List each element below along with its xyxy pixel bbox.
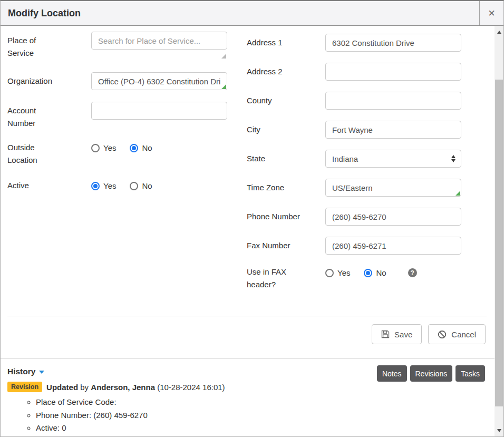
- close-icon: ✕: [488, 8, 495, 19]
- address2-input[interactable]: [325, 63, 461, 81]
- history-divider: [1, 358, 495, 359]
- save-label: Save: [394, 330, 412, 339]
- change-item: Place of Service Code:: [36, 396, 148, 409]
- form-divider: [7, 316, 487, 316]
- county-input[interactable]: [325, 92, 461, 110]
- outside-location-yes-radio[interactable]: Yes: [91, 143, 116, 152]
- place-of-service-label: Place of Service: [7, 32, 91, 60]
- radio-label: No: [142, 143, 152, 152]
- scroll-up-button[interactable]: [495, 27, 503, 36]
- fax-header-row: Use in FAX header? Yes No ?: [247, 266, 472, 291]
- place-of-service-input[interactable]: [91, 32, 227, 50]
- place-of-service-row: Place of Service: [7, 32, 227, 60]
- fax-header-no-radio[interactable]: No: [364, 268, 386, 277]
- fax-number-label: Fax Number: [247, 239, 325, 252]
- phone-number-label: Phone Number: [247, 210, 325, 223]
- radio-checked-icon: [130, 144, 138, 152]
- radio-label: No: [376, 268, 386, 277]
- form-right-column: Address 1 Address 2 County City State In…: [247, 26, 472, 302]
- organization-row: Organization: [7, 72, 227, 90]
- resize-grip-icon: [221, 54, 226, 59]
- address1-input[interactable]: [325, 34, 461, 52]
- history-title: History: [7, 367, 35, 376]
- radio-label: Yes: [103, 143, 116, 152]
- modify-location-modal: Modify Location ✕ Place of Service Organ…: [0, 0, 504, 437]
- entry-user: Anderson, Jenna: [91, 383, 155, 392]
- radio-checked-icon: [91, 182, 100, 190]
- account-number-label: Account Number: [7, 102, 91, 130]
- radio-label: Yes: [103, 181, 116, 190]
- action-buttons: Save Cancel: [372, 324, 486, 344]
- state-label: State: [247, 152, 325, 165]
- time-zone-input[interactable]: [325, 179, 461, 197]
- city-input[interactable]: [325, 121, 461, 139]
- radio-unchecked-icon: [91, 144, 100, 152]
- city-label: City: [247, 123, 325, 136]
- state-select[interactable]: Indiana: [325, 150, 461, 168]
- history-tab-buttons: Notes Revisions Tasks: [377, 365, 485, 382]
- fax-header-label: Use in FAX header?: [247, 266, 325, 291]
- history-entry: Revision Updated by Anderson, Jenna (10-…: [7, 382, 225, 392]
- county-row: County: [247, 92, 472, 110]
- radio-label: No: [142, 181, 152, 190]
- save-button[interactable]: Save: [372, 324, 422, 344]
- active-row: Active Yes No: [7, 179, 152, 192]
- entry-timestamp: (10-28-2024 16:01): [157, 383, 225, 392]
- fax-number-row: Fax Number: [247, 237, 472, 255]
- tasks-button[interactable]: Tasks: [455, 365, 485, 382]
- history-change-list: Place of Service Code: Phone Number: (26…: [7, 396, 148, 435]
- history-toggle[interactable]: History: [7, 367, 44, 376]
- outside-location-label: Outside Location: [7, 141, 91, 167]
- state-selected-value: Indiana: [332, 154, 451, 163]
- resize-grip-icon: [221, 84, 226, 89]
- address2-row: Address 2: [247, 63, 472, 81]
- radio-unchecked-icon: [325, 269, 334, 277]
- fax-number-input[interactable]: [325, 237, 461, 255]
- city-row: City: [247, 121, 472, 139]
- address1-label: Address 1: [247, 36, 325, 49]
- entry-action: Updated: [46, 383, 78, 392]
- time-zone-label: Time Zone: [247, 181, 325, 194]
- select-arrows-icon: [451, 155, 455, 162]
- account-number-input[interactable]: [91, 102, 227, 120]
- active-label: Active: [7, 179, 91, 192]
- vertical-scrollbar[interactable]: [495, 26, 503, 436]
- county-label: County: [247, 94, 325, 107]
- scrollbar-thumb[interactable]: [495, 80, 503, 406]
- caret-down-icon: [39, 371, 44, 374]
- revision-badge: Revision: [7, 382, 42, 392]
- address2-label: Address 2: [247, 65, 325, 78]
- radio-label: Yes: [337, 268, 350, 277]
- account-number-row: Account Number: [7, 102, 227, 130]
- organization-input[interactable]: [91, 72, 227, 90]
- time-zone-row: Time Zone: [247, 179, 472, 197]
- radio-unchecked-icon: [130, 182, 138, 190]
- address1-row: Address 1: [247, 34, 472, 52]
- save-floppy-icon: [381, 330, 390, 338]
- page-title: Modify Location: [1, 1, 479, 25]
- scroll-down-arrow-icon: [497, 429, 501, 432]
- scroll-up-arrow-icon: [497, 31, 501, 34]
- help-icon[interactable]: ?: [408, 268, 417, 277]
- cancel-label: Cancel: [451, 330, 476, 339]
- history-entry-text: Updated by Anderson, Jenna (10-28-2024 1…: [46, 383, 225, 392]
- organization-label: Organization: [7, 72, 91, 90]
- change-item: Phone Number: (260) 459-6270: [36, 409, 148, 422]
- revisions-button[interactable]: Revisions: [410, 365, 453, 382]
- active-no-radio[interactable]: No: [130, 181, 152, 190]
- change-item: Active: 0: [36, 422, 148, 435]
- state-row: State Indiana: [247, 150, 472, 168]
- modal-body: Place of Service Organization Account Nu…: [1, 26, 503, 436]
- scroll-down-button[interactable]: [495, 426, 503, 435]
- radio-checked-icon: [364, 269, 372, 277]
- active-yes-radio[interactable]: Yes: [91, 181, 116, 190]
- resize-grip-icon: [455, 191, 460, 196]
- outside-location-no-radio[interactable]: No: [130, 143, 152, 152]
- modal-header: Modify Location ✕: [1, 1, 503, 26]
- notes-button[interactable]: Notes: [377, 365, 407, 382]
- fax-header-yes-radio[interactable]: Yes: [325, 268, 350, 277]
- cancel-button[interactable]: Cancel: [428, 324, 486, 344]
- close-button[interactable]: ✕: [479, 1, 503, 25]
- phone-number-input[interactable]: [325, 208, 461, 226]
- phone-number-row: Phone Number: [247, 208, 472, 226]
